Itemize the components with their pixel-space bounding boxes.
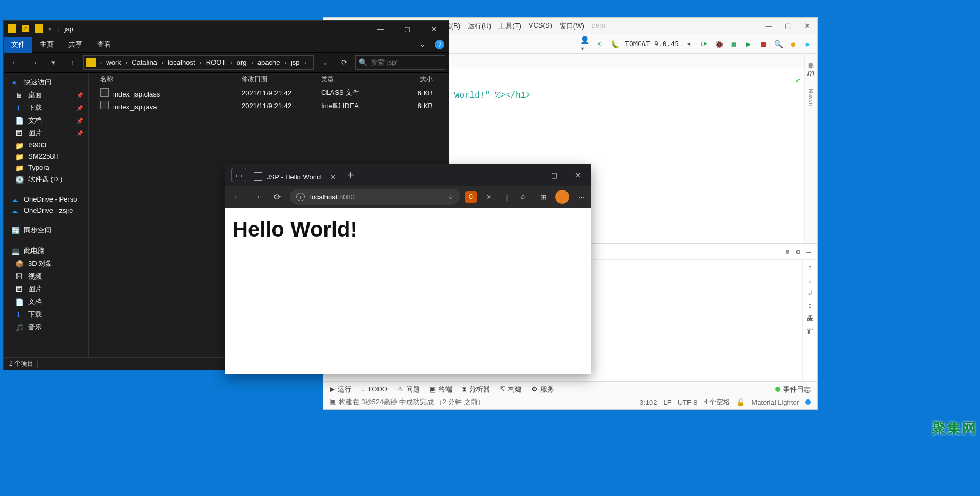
col-type[interactable]: 类型 — [321, 75, 390, 84]
address-bar[interactable]: i localhost:8080 ✩ — [290, 189, 460, 205]
col-modified[interactable]: 修改日期 — [242, 75, 321, 84]
search-box[interactable]: 🔍 — [355, 55, 445, 70]
path-segment[interactable]: Catalina — [130, 58, 159, 66]
ribbon-tab[interactable]: 文件 — [4, 37, 32, 53]
sidebar-item[interactable]: 快速访问 — [4, 76, 88, 89]
target-icon[interactable]: ⊕ — [786, 248, 790, 256]
recent-dropdown[interactable]: ▾ — [45, 55, 61, 70]
back-button[interactable]: ← — [7, 55, 23, 70]
ribbon-tab[interactable]: 共享 — [61, 37, 90, 53]
status-item[interactable]: ⚙服务 — [531, 385, 554, 394]
bug-spray-icon[interactable]: 🐛 — [610, 39, 620, 49]
close-button[interactable]: ✕ — [566, 166, 589, 185]
browser-tab[interactable]: JSP - Hello World ✕ — [251, 168, 341, 185]
lock-icon[interactable]: 🔓 — [736, 398, 745, 406]
extension-c-icon[interactable]: C — [465, 191, 477, 203]
up-button[interactable]: ↑ — [64, 55, 80, 70]
sidebar-item[interactable]: 图片📌 — [4, 127, 88, 140]
extension-puzzle-icon[interactable]: ✳ — [483, 191, 495, 203]
menu-item[interactable]: 窗口(W) — [560, 21, 584, 31]
sidebar-item[interactable]: SM2258H — [4, 151, 88, 162]
sidebar-item[interactable]: 3D 对象 — [4, 257, 88, 270]
maximize-button[interactable]: ▢ — [543, 166, 566, 185]
status-item[interactable]: ⧗分析器 — [462, 385, 490, 394]
chevron-right-icon[interactable]: › — [160, 58, 165, 66]
browser-titlebar[interactable]: ▭ JSP - Hello World ✕ + — ▢ ✕ — [225, 164, 591, 186]
col-size[interactable]: 大小 — [390, 75, 433, 84]
avatar-icon[interactable]: ● — [788, 39, 798, 49]
profile-icon[interactable]: ▶ — [744, 39, 753, 49]
sidebar-item[interactable]: 桌面📌 — [4, 89, 88, 101]
line-ending[interactable]: LF — [664, 398, 672, 406]
sidebar[interactable]: 快速访问桌面📌下载📌文档📌图片📌IS903SM2258HTypora软件盘 (D… — [4, 73, 89, 357]
site-info-icon[interactable]: i — [296, 193, 305, 201]
tab-actions-icon[interactable]: ▭ — [231, 168, 246, 182]
sidebar-item[interactable]: 文档📌 — [4, 114, 88, 127]
chevron-right-icon[interactable]: › — [198, 58, 203, 66]
ribbon-tab[interactable]: 主页 — [32, 37, 61, 53]
search-icon[interactable]: 🔍 — [773, 39, 783, 49]
dropdown-icon[interactable]: ▾ — [684, 39, 694, 49]
chevron-right-icon[interactable]: › — [283, 58, 288, 66]
event-log[interactable]: 事件日志 — [775, 385, 811, 394]
coverage-icon[interactable]: ▦ — [729, 39, 738, 49]
print-icon[interactable]: 🖶 — [806, 314, 814, 323]
status-item[interactable]: ≡TODO — [361, 385, 388, 393]
gear-icon[interactable]: ⚙ — [796, 248, 800, 256]
overflow-icon[interactable]: ▾ — [48, 25, 52, 33]
status-item[interactable]: ▣终端 — [429, 385, 452, 394]
path-segment[interactable]: localhost — [166, 58, 197, 66]
sidebar-item[interactable]: 文档 — [4, 295, 88, 308]
sidebar-item[interactable]: 音乐 — [4, 321, 88, 334]
refresh-button[interactable]: ⟳ — [336, 55, 352, 70]
caret-position[interactable]: 3:102 — [640, 398, 657, 406]
close-button[interactable]: ✕ — [423, 21, 444, 36]
minimize-button[interactable]: — — [519, 166, 543, 185]
back-button[interactable]: ← — [229, 189, 244, 204]
search-input[interactable] — [371, 58, 460, 66]
menu-icon[interactable]: ⋯ — [575, 191, 587, 203]
rerun-icon[interactable]: ⟳ — [699, 39, 709, 49]
sidebar-item[interactable]: Typora — [4, 162, 88, 173]
scroll-down-icon[interactable]: ↓ — [807, 276, 812, 284]
profile-avatar[interactable] — [555, 190, 569, 204]
sidebar-item[interactable]: 此电脑 — [4, 245, 88, 257]
run-config[interactable]: TOMCAT 9.0.45 — [625, 40, 679, 48]
maximize-icon[interactable]: ▢ — [783, 22, 793, 30]
menu-item[interactable]: 工具(T) — [498, 21, 521, 31]
path-segment[interactable]: jsp — [289, 58, 302, 66]
sidebar-item[interactable]: 软件盘 (D:) — [4, 173, 88, 186]
path-segment[interactable]: apache — [255, 58, 282, 66]
path-segment[interactable]: ROOT — [204, 58, 228, 66]
chevron-right-icon[interactable]: › — [228, 58, 234, 66]
ribbon-tab[interactable]: 查看 — [90, 37, 118, 53]
status-item[interactable]: ▶运行 — [330, 385, 351, 394]
hammer-icon[interactable]: ↸ — [595, 39, 605, 49]
status-item[interactable]: ↸构建 — [500, 385, 522, 394]
fe-titlebar[interactable]: ▾ | jsp — ▢ ✕ — [4, 21, 449, 37]
sidebar-item[interactable]: OneDrive - Perso — [4, 194, 88, 205]
clear-icon[interactable]: 🗑 — [806, 327, 814, 335]
collections-icon[interactable]: ⊞ — [537, 191, 549, 203]
minimize-panel-icon[interactable]: — — [806, 248, 811, 256]
close-icon[interactable]: ✕ — [802, 22, 812, 30]
file-row[interactable]: index_jsp.class2021/11/9 21:42CLASS 文件6 … — [89, 86, 449, 99]
forward-button[interactable]: → — [250, 189, 264, 204]
encoding[interactable]: UTF-8 — [678, 398, 698, 406]
address-bar[interactable]: › work›Catalina›localhost›ROOT›org›apach… — [83, 55, 314, 70]
col-name[interactable]: 名称 — [93, 75, 242, 84]
chevron-right-icon[interactable]: › — [124, 58, 129, 66]
reload-button[interactable]: ⟳ — [270, 189, 285, 204]
sidebar-item[interactable]: 视频 — [4, 270, 88, 283]
chevron-right-icon[interactable]: › — [250, 58, 255, 66]
maven-label[interactable]: Maven — [808, 89, 814, 106]
sidebar-item[interactable]: 下载📌 — [4, 101, 88, 114]
close-tab-icon[interactable]: ✕ — [330, 173, 336, 181]
path-segment[interactable]: org — [235, 58, 249, 66]
forward-button[interactable]: → — [26, 55, 42, 70]
sidebar-item[interactable]: IS903 — [4, 140, 88, 151]
help-icon[interactable]: ? — [435, 40, 444, 49]
theme-name[interactable]: Material Lighter — [751, 398, 799, 406]
scroll-up-icon[interactable]: ↑ — [807, 263, 812, 272]
sidebar-item[interactable]: OneDrive - zsjie — [4, 205, 88, 216]
